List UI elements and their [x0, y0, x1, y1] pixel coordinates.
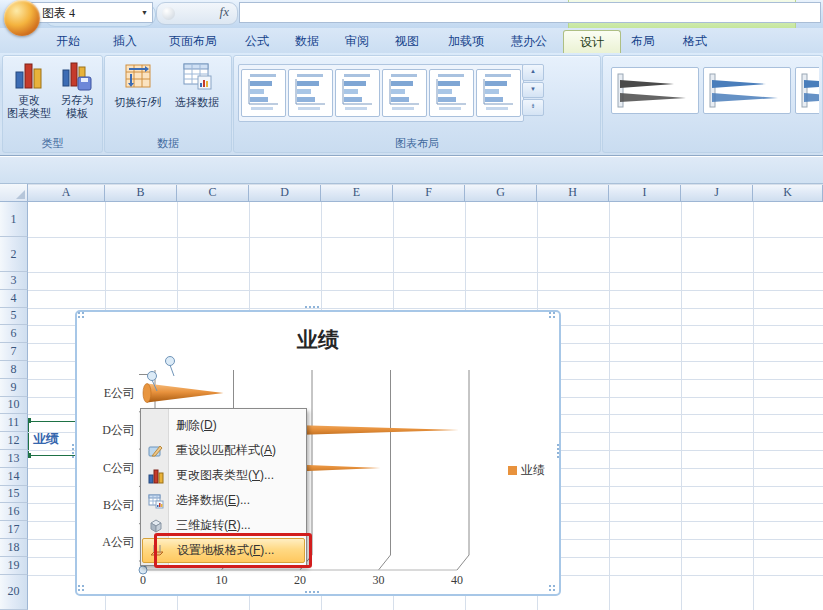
chart-frame-handle[interactable] [77, 584, 85, 592]
chart-layout-thumb-1[interactable] [288, 69, 333, 117]
row-header-14[interactable]: 14 [0, 468, 28, 486]
annotation-red-box [154, 533, 312, 568]
ribbon-tab-4[interactable]: 数据 [283, 30, 331, 53]
column-header-D[interactable]: D [249, 184, 321, 202]
chart-layout-thumb-3[interactable] [382, 69, 427, 117]
row-header-11[interactable]: 11 [0, 414, 28, 432]
row-header-16[interactable]: 16 [0, 503, 28, 521]
row-header-20[interactable]: 20 [0, 575, 28, 610]
office-button[interactable] [4, 0, 40, 36]
row-header-6[interactable]: 6 [0, 325, 28, 343]
gallery-more-icon[interactable]: ⇟ [522, 99, 544, 116]
chart-style-thumb-2[interactable] [795, 67, 819, 114]
context-menu-item-2[interactable]: 更改图表类型(Y)... [142, 463, 305, 488]
chart-style-thumb-0[interactable] [611, 67, 699, 114]
gridline [609, 202, 610, 610]
chart-layout-thumb-4[interactable] [429, 69, 474, 117]
enter-cancel-knob-icon [162, 7, 175, 20]
column-header-F[interactable]: F [393, 184, 465, 202]
gridline [28, 308, 823, 309]
formula-input[interactable] [239, 2, 821, 23]
ribbon-tab-3[interactable]: 公式 [234, 30, 280, 53]
column-header-B[interactable]: B [105, 184, 177, 202]
row-header-9[interactable]: 9 [0, 379, 28, 397]
ribbon-tab-1[interactable]: 插入 [101, 30, 149, 53]
chart-frame-handle[interactable] [548, 311, 556, 319]
context-menu-item-1[interactable]: 重设以匹配样式(A) [142, 438, 305, 463]
gridline [28, 237, 823, 238]
ribbon-tab-11[interactable]: 格式 [669, 30, 721, 53]
save-as-template-button[interactable]: 另存为模板 [53, 60, 101, 136]
gallery-up-icon[interactable]: ▲ [522, 64, 544, 81]
category-label-2[interactable]: C公司 [83, 460, 135, 477]
column-header-J[interactable]: J [681, 184, 753, 202]
switch-row-column-button[interactable]: 切换行/列 [110, 60, 166, 136]
ribbon-tab-8[interactable]: 慧办公 [500, 30, 558, 53]
change-chart-type-button[interactable]: 更改图表类型 [5, 60, 53, 136]
chart-frame-handle[interactable] [548, 584, 556, 592]
select-data-button[interactable]: 选择数据 [169, 60, 225, 136]
select-all-corner[interactable] [0, 184, 28, 202]
row-header-8[interactable]: 8 [0, 361, 28, 379]
name-box[interactable]: 图表 4▼ [29, 2, 153, 23]
chart-style-thumb-1[interactable] [703, 67, 791, 114]
context-menu-item-0[interactable]: 删除(D) [142, 413, 305, 438]
category-label-4[interactable]: A公司 [83, 534, 135, 551]
row-header-15[interactable]: 15 [0, 486, 28, 504]
gridline [28, 272, 823, 273]
column-header-A[interactable]: A [28, 184, 105, 202]
name-box-dropdown-icon[interactable]: ▼ [141, 3, 148, 24]
row-header-19[interactable]: 19 [0, 557, 28, 575]
gallery-down-icon[interactable]: ▼ [522, 82, 544, 99]
column-header-E[interactable]: E [321, 184, 393, 202]
ribbon-tab-7[interactable]: 加载项 [437, 30, 495, 53]
ribbon-tab-2[interactable]: 页面布局 [155, 30, 231, 53]
fx-icon[interactable]: fx [220, 4, 229, 20]
ribbon-tab-0[interactable]: 开始 [44, 30, 92, 53]
switch-row-column-icon [121, 60, 155, 94]
context-menu-item-label: 三维旋转(R)... [169, 517, 251, 534]
category-label-1[interactable]: D公司 [83, 422, 135, 439]
chart-frame-handle[interactable] [304, 590, 320, 595]
group-label-chart-styles [603, 136, 822, 151]
row-header-7[interactable]: 7 [0, 343, 28, 361]
chart-layout-thumb-2[interactable] [335, 69, 380, 117]
chart-frame-handle[interactable] [304, 305, 320, 310]
gridline [753, 202, 754, 610]
chart-legend[interactable]: 业绩 [508, 462, 545, 479]
row-header-10[interactable]: 10 [0, 397, 28, 415]
column-header-H[interactable]: H [537, 184, 609, 202]
row-header-17[interactable]: 17 [0, 521, 28, 539]
context-menu-item-3[interactable]: 选择数据(E)... [142, 488, 305, 513]
row-header-5[interactable]: 5 [0, 308, 28, 326]
change-chart-type-icon [13, 60, 45, 92]
row-header-12[interactable]: 12 [0, 432, 28, 450]
chart-frame-handle[interactable] [556, 443, 561, 459]
chart-layout-thumb-0[interactable] [241, 69, 286, 117]
column-header-K[interactable]: K [753, 184, 823, 202]
row-header-18[interactable]: 18 [0, 539, 28, 557]
group-label-type: 类型 [3, 136, 102, 151]
context-menu-item-label: 选择数据(E)... [169, 492, 250, 509]
row-header-3[interactable]: 3 [0, 272, 28, 290]
column-header-I[interactable]: I [609, 184, 681, 202]
category-label-0[interactable]: E公司 [83, 385, 135, 402]
select-data-icon [180, 60, 214, 94]
chart-frame-handle[interactable] [77, 311, 85, 319]
ribbon-tab-10[interactable]: 布局 [620, 30, 666, 53]
chart-layout-thumb-5[interactable] [476, 69, 521, 117]
gridline [681, 202, 682, 610]
value-tick-20: 20 [285, 573, 315, 588]
row-header-1[interactable]: 1 [0, 202, 28, 237]
row-header-13[interactable]: 13 [0, 450, 28, 468]
category-label-3[interactable]: B公司 [83, 497, 135, 514]
column-header-C[interactable]: C [177, 184, 249, 202]
chart-frame-handle[interactable] [71, 443, 76, 459]
row-header-2[interactable]: 2 [0, 237, 28, 272]
column-header-G[interactable]: G [465, 184, 537, 202]
ribbon-tab-9[interactable]: 设计 [563, 30, 621, 54]
ribbon-tab-5[interactable]: 审阅 [334, 30, 380, 53]
ribbon-tab-6[interactable]: 视图 [384, 30, 430, 53]
row-header-4[interactable]: 4 [0, 290, 28, 308]
value-tick-0: 0 [128, 573, 158, 588]
